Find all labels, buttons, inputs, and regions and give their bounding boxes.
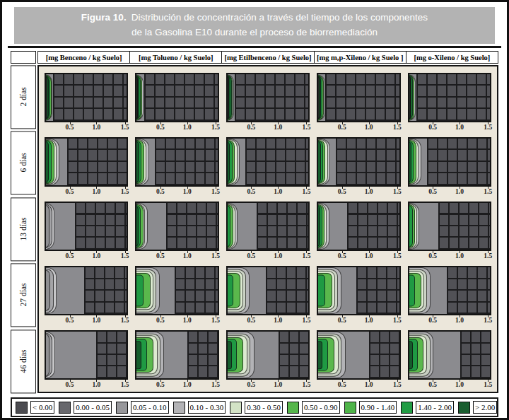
contour-ring bbox=[226, 341, 232, 369]
contour-ring bbox=[408, 141, 411, 182]
title-divider bbox=[8, 46, 501, 48]
plot-row-6-días: 0.51.01.50.51.01.50.51.01.50.51.01.50.51… bbox=[45, 137, 491, 197]
contour-plot bbox=[317, 202, 400, 251]
x-tick-label: 1.0 bbox=[92, 124, 100, 131]
x-axis: 0.51.01.5 bbox=[45, 380, 128, 390]
x-tick-label: 1.0 bbox=[365, 124, 373, 131]
x-tick-label: 0.5 bbox=[338, 317, 346, 324]
title-line-2: de la Gasolina E10 durante el proceso de… bbox=[131, 25, 378, 40]
x-tick-label: 1.0 bbox=[274, 317, 282, 324]
legend-item: 0.90 - 1.40 bbox=[344, 401, 397, 414]
subplot-etilbenceno: 0.51.01.5 bbox=[226, 202, 310, 262]
x-tick-label: 1.0 bbox=[274, 381, 282, 388]
x-axis: 0.51.01.5 bbox=[408, 315, 491, 326]
x-tick-label: 1.0 bbox=[365, 381, 373, 388]
x-tick-label: 1.0 bbox=[274, 188, 282, 195]
x-tick-label: 1.5 bbox=[303, 252, 311, 259]
x-tick-label: 1.5 bbox=[211, 317, 220, 324]
x-tick-label: 1.0 bbox=[183, 124, 192, 131]
x-tick-label: 1.0 bbox=[92, 381, 100, 388]
x-axis: 0.51.01.5 bbox=[45, 251, 128, 262]
mesh-region bbox=[53, 74, 127, 121]
x-tick-label: 1.0 bbox=[183, 381, 192, 388]
legend-item: 0.10 - 0.30 bbox=[173, 401, 226, 414]
subplot-m-p-xileno: 0.51.01.5 bbox=[317, 202, 400, 262]
contour-ring bbox=[317, 341, 322, 369]
contour-plot bbox=[135, 73, 218, 122]
legend-label: 1.40 - 2.00 bbox=[416, 401, 454, 414]
column-headers: [mg Benceno / kg Suelo] [mg Tolueno / kg… bbox=[37, 51, 498, 64]
x-tick-label: 0.5 bbox=[66, 252, 74, 259]
mesh-region bbox=[347, 203, 399, 250]
x-tick-label: 1.0 bbox=[455, 124, 464, 131]
contour-ring bbox=[317, 76, 320, 119]
contour-plot bbox=[45, 330, 128, 380]
mesh-region bbox=[96, 332, 127, 378]
title-text-1: Distribución de concentración a través d… bbox=[131, 12, 428, 23]
legend-swatch bbox=[16, 402, 28, 414]
contour-plot bbox=[45, 266, 128, 315]
x-tick-label: 1.5 bbox=[211, 124, 220, 131]
legend-item: 1.40 - 2.00 bbox=[401, 401, 454, 414]
x-tick-label: 0.5 bbox=[338, 188, 346, 195]
plot-row-13-días: 0.51.01.50.51.01.50.51.01.50.51.01.50.51… bbox=[45, 202, 491, 262]
contour-plot bbox=[317, 266, 400, 315]
contour-ring bbox=[45, 141, 49, 182]
subplot-o-xileno: 0.51.01.5 bbox=[408, 137, 491, 197]
mesh-region bbox=[438, 203, 490, 250]
x-tick-label: 1.0 bbox=[455, 252, 464, 259]
legend-swatch bbox=[287, 402, 299, 414]
x-tick-label: 1.5 bbox=[121, 317, 129, 324]
mesh-region bbox=[257, 203, 308, 250]
mesh-region bbox=[460, 332, 490, 378]
subplot-benceno: 0.51.01.5 bbox=[45, 330, 128, 390]
contour-plot bbox=[45, 73, 128, 122]
row-label-27-dias: 27 días bbox=[11, 263, 36, 327]
contour-plot bbox=[408, 73, 491, 122]
mesh-region bbox=[144, 74, 218, 121]
contour-ring bbox=[135, 275, 144, 307]
legend-item: < 0.00 bbox=[16, 401, 54, 414]
legend-label: > 2.00 bbox=[473, 401, 497, 414]
column-header-etilbenceno: [mg Etilbenceno / kg Suelo] bbox=[221, 51, 314, 64]
x-tick-label: 1.0 bbox=[455, 381, 464, 388]
x-tick-label: 1.0 bbox=[365, 188, 373, 195]
x-tick-label: 1.5 bbox=[484, 252, 492, 259]
contour-ring bbox=[45, 269, 50, 311]
figure-table: [mg Benceno / kg Suelo] [mg Tolueno / kg… bbox=[11, 51, 498, 393]
contour-plot bbox=[317, 73, 400, 122]
legend-swatch bbox=[230, 402, 242, 414]
legend-item: 0.50 - 0.90 bbox=[287, 401, 340, 414]
legend-swatch bbox=[59, 402, 71, 414]
mesh-region bbox=[447, 267, 490, 314]
contour-ring bbox=[45, 334, 49, 377]
x-axis: 0.51.01.5 bbox=[408, 122, 491, 133]
plot-row-27-días: 0.51.01.50.51.01.50.51.01.50.51.01.50.51… bbox=[45, 266, 491, 326]
subplot-o-xileno: 0.51.01.5 bbox=[408, 73, 491, 133]
mesh-region bbox=[155, 139, 218, 185]
contour-ring bbox=[135, 341, 141, 369]
x-tick-label: 0.5 bbox=[156, 188, 165, 195]
mesh-region bbox=[369, 332, 399, 378]
x-tick-label: 0.5 bbox=[66, 124, 74, 131]
x-tick-label: 0.5 bbox=[428, 317, 437, 324]
x-tick-label: 0.5 bbox=[428, 252, 437, 259]
contour-ring bbox=[317, 275, 325, 307]
contour-plot bbox=[408, 137, 491, 187]
plot-row-2-días: 0.51.01.50.51.01.50.51.01.50.51.01.50.51… bbox=[45, 73, 491, 133]
subplot-m-p-xileno: 0.51.01.5 bbox=[317, 330, 400, 390]
x-tick-label: 1.0 bbox=[183, 252, 192, 259]
x-tick-label: 0.5 bbox=[428, 188, 437, 195]
legend-label: 0.00 - 0.05 bbox=[74, 401, 112, 414]
legend-label: 0.05 - 0.10 bbox=[131, 401, 169, 414]
contour-plot bbox=[317, 330, 400, 380]
row-label-2-dias: 2 días bbox=[11, 65, 36, 129]
contour-plot bbox=[135, 266, 218, 315]
legend-item: 0.30 - 0.50 bbox=[230, 401, 283, 414]
x-tick-label: 1.0 bbox=[365, 317, 373, 324]
x-axis: 0.51.01.5 bbox=[135, 315, 218, 326]
x-tick-label: 1.5 bbox=[484, 381, 492, 388]
column-header-benceno: [mg Benceno / kg Suelo] bbox=[37, 51, 130, 64]
x-tick-label: 1.0 bbox=[183, 188, 192, 195]
x-tick-label: 0.5 bbox=[247, 317, 255, 324]
